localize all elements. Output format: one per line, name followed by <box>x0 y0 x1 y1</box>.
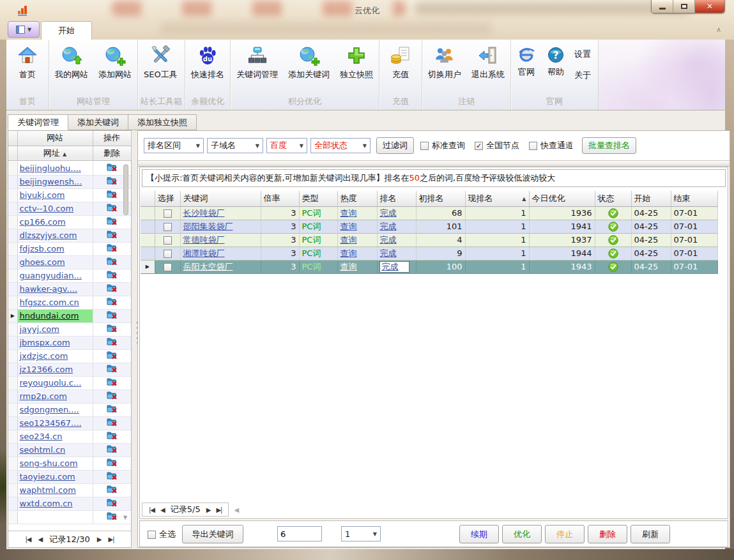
tab-关键词管理[interactable]: 关键词管理 <box>8 114 68 130</box>
site-link[interactable]: song-shu.com <box>20 458 78 468</box>
sites-group-header[interactable]: 网站 <box>17 131 93 146</box>
delete-site-icon[interactable] <box>107 350 118 360</box>
site-link[interactable]: hfgszc.com.cn <box>20 298 79 307</box>
row-checkbox[interactable] <box>164 209 172 218</box>
delete-site-icon[interactable] <box>107 390 118 400</box>
action-button-优化[interactable]: 优化 <box>502 525 542 543</box>
site-link[interactable]: hawker-agv.... <box>20 284 78 294</box>
action-button-续期[interactable]: 续期 <box>459 525 499 543</box>
tab-添加关键词[interactable]: 添加关键词 <box>68 114 128 130</box>
ribbon-tab-start[interactable]: 开始 <box>41 21 92 40</box>
site-link[interactable]: waphtml.com <box>20 485 76 495</box>
row-checkbox[interactable] <box>164 250 172 258</box>
site-link[interactable]: guangyudian... <box>20 271 82 280</box>
delete-site-icon[interactable] <box>107 471 118 481</box>
action-button-刷新[interactable]: 刷新 <box>631 525 670 543</box>
pager-prev-icon[interactable]: ◀ <box>38 536 43 543</box>
column-header-类型[interactable]: 类型 <box>299 191 337 206</box>
site-link[interactable]: jz12366.com <box>20 365 73 374</box>
delete-site-icon[interactable] <box>107 457 118 467</box>
delete-site-icon[interactable] <box>107 296 118 306</box>
site-link[interactable]: beijingluohu.... <box>20 163 81 173</box>
ribbon-button-添加关键词[interactable]: 添加关键词 <box>283 41 335 94</box>
delete-site-icon[interactable] <box>107 283 118 293</box>
batch-rank-button[interactable]: 批量查排名 <box>582 137 636 154</box>
rank-done-link[interactable]: 完成 <box>380 208 397 218</box>
site-link[interactable]: sdgongmen.... <box>20 405 79 414</box>
heat-query-link[interactable]: 查询 <box>340 248 357 258</box>
filter-combo-百度[interactable]: 百度▼ <box>266 138 307 153</box>
sites-op-header[interactable]: 操作 <box>93 131 131 146</box>
row-checkbox[interactable] <box>164 223 172 231</box>
hscroll-left-icon[interactable]: ◀ <box>234 506 238 513</box>
column-header-倍率[interactable]: 倍率 <box>261 191 299 206</box>
site-link[interactable]: jxdzjsc.com <box>20 351 68 361</box>
delete-site-icon[interactable] <box>107 417 118 427</box>
pager-next-icon[interactable]: ▶ <box>97 536 102 543</box>
column-header-关键词[interactable]: 关键词 <box>180 191 261 206</box>
site-link[interactable]: ghoes.com <box>20 257 65 267</box>
keyword-link[interactable]: 岳阳太空袋厂 <box>183 262 233 271</box>
column-header-现排名[interactable]: 现排名▲ <box>465 191 529 206</box>
site-link[interactable]: beijingwensh... <box>20 177 82 186</box>
rank-done-link[interactable]: 完成 <box>382 262 399 271</box>
ribbon-button-退出系统[interactable]: 退出系统 <box>466 41 510 94</box>
pager-first-icon[interactable]: |◀ <box>26 536 31 543</box>
row-checkbox[interactable] <box>164 263 172 271</box>
pager-last-icon[interactable]: ▶| <box>216 506 222 513</box>
ribbon-button-官网[interactable]: 官网 <box>512 41 541 94</box>
delete-site-icon[interactable] <box>107 229 118 239</box>
keyword-link[interactable]: 邵阳集装袋厂 <box>183 222 233 231</box>
pager-last-icon[interactable]: ▶| <box>108 536 114 543</box>
ribbon-button-独立快照[interactable]: 独立快照 <box>335 41 378 94</box>
filter-combo-子域名[interactable]: 子域名▼ <box>207 138 263 153</box>
delete-site-icon[interactable] <box>107 216 118 226</box>
ribbon-link-关于[interactable]: 关于 <box>574 70 591 81</box>
count-input[interactable] <box>277 526 322 541</box>
minimize-button[interactable] <box>652 0 673 13</box>
row-checkbox[interactable] <box>164 236 172 245</box>
site-link[interactable]: wxtd.com.cn <box>20 499 73 508</box>
site-link[interactable]: cctv--10.com <box>20 204 74 213</box>
column-header-热度[interactable]: 热度 <box>337 191 377 206</box>
site-link[interactable]: biyukj.com <box>20 190 65 200</box>
export-keywords-button[interactable]: 导出关键词 <box>182 525 243 543</box>
site-link[interactable]: dlzszyjys.com <box>20 231 77 240</box>
pager-next-icon[interactable]: ▶ <box>206 506 211 513</box>
delete-site-icon[interactable] <box>107 404 118 414</box>
heat-query-link[interactable]: 查询 <box>340 208 357 218</box>
rank-edit-cell[interactable]: 完成 <box>380 262 409 272</box>
delete-site-icon[interactable] <box>107 256 118 266</box>
rank-done-link[interactable]: 完成 <box>380 248 397 258</box>
app-menu-button[interactable]: ▼ <box>8 21 40 38</box>
heat-query-link[interactable]: 查询 <box>340 262 357 271</box>
delete-site-icon[interactable] <box>107 430 118 441</box>
ribbon-button-SEO工具[interactable]: SEO工具 <box>139 41 183 94</box>
delete-site-icon[interactable] <box>107 511 118 521</box>
maximize-button[interactable] <box>673 0 695 13</box>
tab-添加独立快照[interactable]: 添加独立快照 <box>128 114 197 130</box>
scrollbar-down-icon[interactable]: ▼ <box>123 515 127 520</box>
action-button-停止[interactable]: 停止 <box>545 525 585 543</box>
site-link[interactable]: taoyiezu.com <box>20 472 75 481</box>
delete-site-icon[interactable] <box>107 310 118 320</box>
ribbon-button-首页[interactable]: 首页 <box>7 41 48 94</box>
ribbon-button-关键词管理[interactable]: 关键词管理 <box>231 41 283 94</box>
ribbon-button-帮助[interactable]: ?帮助 <box>541 41 570 94</box>
keyword-link[interactable]: 常德吨袋厂 <box>183 235 225 245</box>
site-link[interactable]: hndundai.com <box>20 311 79 321</box>
delete-site-icon[interactable] <box>107 484 118 494</box>
delete-site-icon[interactable] <box>107 202 118 213</box>
delete-site-icon[interactable] <box>107 363 118 374</box>
pager-prev-icon[interactable]: ◀ <box>160 506 165 513</box>
select-all-checkbox[interactable]: 全选 <box>148 529 176 540</box>
column-header-今日优化[interactable]: 今日优化 <box>529 191 595 206</box>
sites-url-header[interactable]: 网址 ▲ <box>17 146 93 160</box>
rank-done-link[interactable]: 完成 <box>380 222 397 231</box>
scrollbar-thumb[interactable] <box>123 164 128 215</box>
column-header-状态[interactable]: 状态 <box>595 191 631 206</box>
delete-site-icon[interactable] <box>107 243 118 253</box>
delete-site-icon[interactable] <box>107 323 118 333</box>
pager-first-icon[interactable]: |◀ <box>149 506 155 513</box>
filter-words-button[interactable]: 过滤词 <box>376 137 414 154</box>
